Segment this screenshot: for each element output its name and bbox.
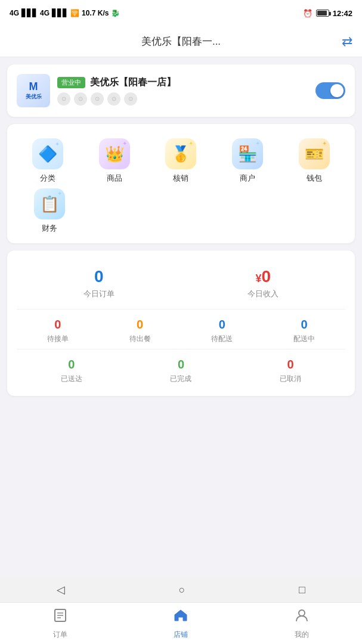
nav-orders[interactable]: 订单 [0,603,120,644]
daijiedan-label: 待接单 [17,334,99,344]
status-bar: 4G ▋▋▋ 4G ▋▋▋ 🛜 10.7 K/s 🐉 ⏰ 12:42 [0,0,362,26]
alarm-icon: ⏰ [303,9,313,18]
daichucan-label: 待出餐 [99,334,181,344]
stat-yiwancheng: 0 已完成 [126,358,236,384]
daijiedan-value: 0 [17,318,99,332]
fenlei-label: 分类 [40,173,55,184]
dot1: ⊙ [57,92,70,106]
menu-item-shanghu[interactable]: 🏪 ✦ 商户 [216,138,279,184]
yiquxiao-value: 0 [236,358,345,371]
battery-icon [316,10,329,17]
store-dots: ⊙ ⊙ ⊙ ⊙ ⊙ [57,92,308,106]
status-signals: 4G ▋▋▋ 4G ▋▋▋ 🛜 10.7 K/s 🐉 [10,9,120,17]
store-name-row: 营业中 美优乐【阳春一店】 [57,76,308,89]
today-orders-label: 今日订单 [83,289,115,299]
dot4: ⊙ [107,92,120,106]
signal-bars2: ▋▋▋ [52,9,68,17]
sparkle2: ✦ [122,140,127,147]
nav-mine[interactable]: 我的 [242,603,362,644]
caiwu-label: 财务 [42,223,57,234]
signal-4g1: 4G [10,9,19,17]
menu-grid-row2: 📋 ✦ 财务 [17,186,345,234]
sparkle4: ✦ [255,140,260,147]
sparkle6: ✦ [57,190,62,197]
today-orders: 0 今日订单 [83,267,115,299]
time: 12:42 [333,9,352,18]
stats-grid2: 0 已送达 0 已完成 0 已取消 [17,349,345,386]
caiwu-icon: 📋 ✦ [34,188,65,219]
recent-button[interactable]: □ [299,584,305,596]
menu-item-hexiao[interactable]: 🥇 ✦ 核销 [150,138,212,184]
stats-card: 0 今日订单 ¥0 今日收入 0 待接单 0 待出餐 0 待配送 [7,250,355,396]
menu-grid: 🔷 ✦ 分类 👑 ✦ 商品 🥇 ✦ 核销 [17,134,345,186]
speed: 10.7 K/s [82,9,109,17]
switch-icon[interactable]: ⇄ [342,34,352,49]
qianbao-icon: 🎫 ✦ [299,138,330,169]
signal-bars: ▋▋▋ [21,9,38,17]
sparkle3: ✦ [188,140,193,147]
yisouda-label: 已送达 [17,374,126,384]
menu-card: 🔷 ✦ 分类 👑 ✦ 商品 🥇 ✦ 核销 [7,124,355,243]
store-info: M 美优乐 营业中 美优乐【阳春一店】 ⊙ ⊙ ⊙ ⊙ ⊙ [17,74,345,107]
stats-top: 0 今日订单 ¥0 今日收入 [17,260,345,309]
daipeisong-value: 0 [181,318,264,332]
today-income: ¥0 今日收入 [247,267,279,299]
signal-4g2: 4G [40,9,49,17]
dot2: ⊙ [74,92,87,106]
daichucan-value: 0 [99,318,181,332]
menu-item-shangpin[interactable]: 👑 ✦ 商品 [83,138,146,184]
store-details: 营业中 美优乐【阳春一店】 ⊙ ⊙ ⊙ ⊙ ⊙ [57,76,308,106]
stat-yisouda: 0 已送达 [17,358,126,384]
svg-point-5 [299,610,305,616]
hexiao-icon: 🥇 ✦ [165,138,196,169]
emoji-icon: 🐉 [111,9,120,17]
today-orders-value: 0 [83,267,115,286]
qianbao-label: 钱包 [307,173,322,184]
orders-label: 订单 [53,630,67,640]
shangpin-label: 商品 [107,173,122,184]
mine-label: 我的 [295,630,309,640]
header-title: 美优乐【阳春一... [141,35,221,48]
status-right: ⏰ 12:42 [303,9,352,18]
today-income-label: 今日收入 [247,289,279,299]
toggle-switch[interactable] [315,82,345,99]
today-income-value: ¥0 [247,267,279,286]
logo-brand: 美优乐 [26,93,42,101]
store-logo: M 美优乐 [17,74,50,107]
yiquxiao-label: 已取消 [236,374,345,384]
peisongzhong-value: 0 [263,318,345,332]
svg-rect-4 [179,618,182,621]
stat-daipeisong: 0 待配送 [181,318,264,344]
orders-icon [52,608,68,627]
sparkle1: ✦ [55,141,60,147]
dot5: ⊙ [124,92,137,106]
menu-item-caiwu[interactable]: 📋 ✦ 财务 [17,188,82,234]
stat-peisongzhong: 0 配送中 [263,318,345,344]
yiwancheng-label: 已完成 [126,374,236,384]
store-icon [173,608,188,627]
shanghu-icon: 🏪 ✦ [232,138,263,169]
stat-daichucan: 0 待出餐 [99,318,181,344]
wifi-icon: 🛜 [70,9,79,17]
mine-icon [294,608,310,627]
home-button[interactable]: ○ [179,584,185,596]
peisongzhong-label: 配送中 [263,334,345,344]
menu-item-fenlei[interactable]: 🔷 ✦ 分类 [17,138,79,184]
gesture-bar: ◁ ○ □ [0,577,362,602]
store-label: 店铺 [174,630,188,640]
stat-yiquxiao: 0 已取消 [236,358,345,384]
hexiao-label: 核销 [173,173,188,184]
logo-m: M [29,80,38,93]
back-button[interactable]: ◁ [57,583,65,596]
bottom-nav: 订单 店铺 我的 [0,602,362,644]
status-badge: 营业中 [57,77,85,88]
app-header: 美优乐【阳春一... ⇄ [0,26,362,57]
yisouda-value: 0 [17,358,126,371]
daipeisong-label: 待配送 [181,334,264,344]
dot3: ⊙ [91,92,104,106]
store-card: M 美优乐 营业中 美优乐【阳春一店】 ⊙ ⊙ ⊙ ⊙ ⊙ [7,64,355,117]
toggle-knob [330,84,344,97]
nav-store[interactable]: 店铺 [120,603,241,644]
menu-item-qianbao[interactable]: 🎫 ✦ 钱包 [283,138,345,184]
fenlei-icon: 🔷 ✦ [32,138,63,169]
